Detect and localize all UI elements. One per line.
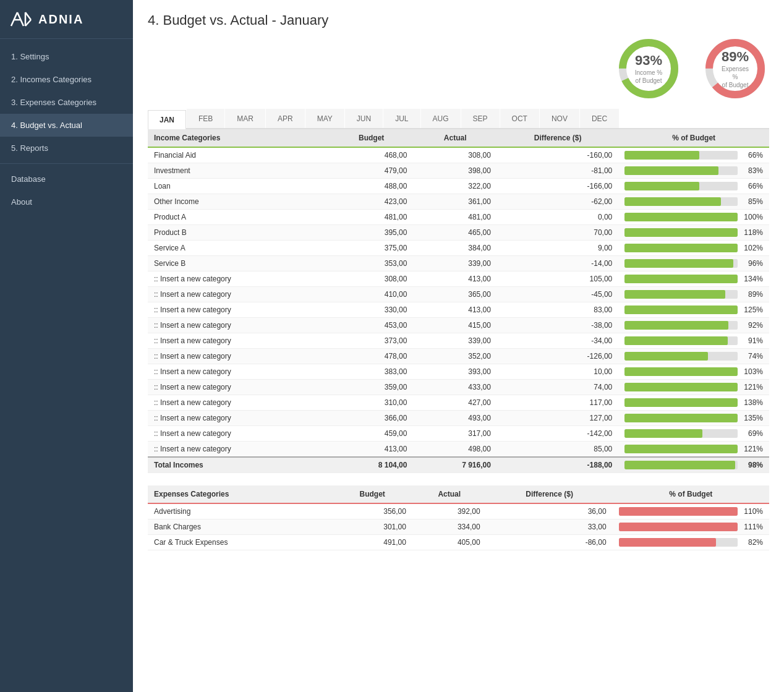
- month-tab-jan[interactable]: JAN: [148, 110, 186, 129]
- cell-bar: 69%: [618, 426, 769, 442]
- cell-1: 488,00: [330, 179, 413, 194]
- month-tab-jun[interactable]: JUN: [345, 109, 383, 128]
- cell-3: 10,00: [497, 364, 618, 380]
- sidebar-item-expenses-cat[interactable]: 3. Expenses Categories: [0, 91, 133, 114]
- sidebar-item-settings[interactable]: 1. Settings: [0, 45, 133, 68]
- logo-icon: [10, 11, 32, 27]
- cell-1: 356,00: [332, 503, 412, 519]
- cell-0: Investment: [148, 163, 330, 179]
- cell-bar: 110%: [613, 503, 769, 519]
- cell-2: 493,00: [413, 411, 496, 426]
- cell-3: 74,00: [497, 380, 618, 395]
- sidebar-item-budget-actual[interactable]: 4. Budget vs. Actual: [0, 114, 133, 137]
- table-row: :: Insert a new category459,00317,00-142…: [148, 426, 769, 442]
- cell-bar: 82%: [613, 535, 769, 550]
- charts-area: 93% Income % of Budget 89% Expenses % of…: [148, 35, 769, 103]
- cell-2: 398,00: [413, 163, 496, 179]
- sidebar-nav: 1. Settings2. Incomes Categories3. Expen…: [0, 39, 133, 213]
- sidebar-item-reports[interactable]: 5. Reports: [0, 137, 133, 160]
- col-header-4: % of Budget: [618, 129, 769, 147]
- cell-1: 301,00: [332, 519, 412, 535]
- cell-1: 423,00: [330, 194, 413, 210]
- total-cell-3: -188,00: [497, 457, 618, 473]
- cell-2: 317,00: [413, 426, 496, 442]
- table-row: Service B353,00339,00-14,00 96%: [148, 256, 769, 271]
- cell-2: 384,00: [413, 241, 496, 256]
- cell-0: :: Insert a new category: [148, 271, 330, 287]
- cell-bar: 111%: [613, 519, 769, 535]
- cell-3: 83,00: [497, 302, 618, 318]
- table-row: Investment479,00398,00-81,00 83%: [148, 163, 769, 179]
- cell-3: -126,00: [497, 349, 618, 364]
- month-tab-may[interactable]: MAY: [305, 109, 344, 128]
- table-row: Other Income423,00361,00-62,00 85%: [148, 194, 769, 210]
- cell-1: 479,00: [330, 163, 413, 179]
- month-tab-apr[interactable]: APR: [266, 109, 305, 128]
- month-tab-dec[interactable]: DEC: [580, 109, 619, 128]
- cell-2: 361,00: [413, 194, 496, 210]
- month-tab-mar[interactable]: MAR: [225, 109, 265, 128]
- table-row: Service A375,00384,009,00 102%: [148, 241, 769, 256]
- cell-bar: 103%: [618, 364, 769, 380]
- cell-3: -38,00: [497, 318, 618, 333]
- month-tab-aug[interactable]: AUG: [421, 109, 461, 128]
- cell-2: 322,00: [413, 179, 496, 194]
- cell-3: -166,00: [497, 179, 618, 194]
- total-cell-1: 8 104,00: [330, 457, 413, 473]
- logo-area: ADNIA: [0, 0, 133, 39]
- table-row: Product B395,00465,0070,00 118%: [148, 225, 769, 241]
- cell-1: 481,00: [330, 210, 413, 225]
- logo-text: ADNIA: [38, 12, 83, 27]
- cell-2: 481,00: [413, 210, 496, 225]
- svg-line-6: [25, 20, 31, 26]
- cell-3: -14,00: [497, 256, 618, 271]
- month-tab-sep[interactable]: SEP: [461, 109, 500, 128]
- cell-bar: 92%: [618, 318, 769, 333]
- col-header-0: Expenses Categories: [148, 485, 332, 503]
- cell-3: 9,00: [497, 241, 618, 256]
- cell-1: 453,00: [330, 318, 413, 333]
- table-row: Financial Aid468,00308,00-160,00 66%: [148, 147, 769, 163]
- cell-3: 117,00: [497, 395, 618, 411]
- cell-3: 33,00: [487, 519, 613, 535]
- table-row: Product A481,00481,000,00 100%: [148, 210, 769, 225]
- sidebar-item-about[interactable]: About: [0, 190, 133, 213]
- month-tab-jul[interactable]: JUL: [383, 109, 420, 128]
- cell-0: :: Insert a new category: [148, 287, 330, 302]
- table-row: Bank Charges301,00334,0033,00 111%: [148, 519, 769, 535]
- sidebar: ADNIA 1. Settings2. Incomes Categories3.…: [0, 0, 133, 692]
- cell-2: 352,00: [413, 349, 496, 364]
- table-row: :: Insert a new category359,00433,0074,0…: [148, 380, 769, 395]
- cell-bar: 118%: [618, 225, 769, 241]
- cell-0: :: Insert a new category: [148, 411, 330, 426]
- cell-1: 383,00: [330, 364, 413, 380]
- cell-3: 36,00: [487, 503, 613, 519]
- table-row: :: Insert a new category310,00427,00117,…: [148, 395, 769, 411]
- sidebar-item-incomes-cat[interactable]: 2. Incomes Categories: [0, 68, 133, 91]
- expenses-chart-container: 89% Expenses % of Budget: [701, 35, 769, 103]
- cell-2: 365,00: [413, 287, 496, 302]
- cell-1: 366,00: [330, 411, 413, 426]
- expenses-chart-pct: 89%: [718, 49, 752, 65]
- table-row: :: Insert a new category373,00339,00-34,…: [148, 333, 769, 349]
- cell-3: 70,00: [497, 225, 618, 241]
- cell-0: :: Insert a new category: [148, 318, 330, 333]
- income-table: Income CategoriesBudgetActualDifference …: [148, 129, 769, 473]
- cell-3: 105,00: [497, 271, 618, 287]
- cell-1: 491,00: [332, 535, 412, 550]
- cell-bar: 91%: [618, 333, 769, 349]
- cell-1: 395,00: [330, 225, 413, 241]
- cell-2: 405,00: [412, 535, 487, 550]
- month-tab-nov[interactable]: NOV: [540, 109, 579, 128]
- cell-2: 413,00: [413, 271, 496, 287]
- sidebar-item-database[interactable]: Database: [0, 168, 133, 190]
- cell-3: 0,00: [497, 210, 618, 225]
- cell-bar: 134%: [618, 271, 769, 287]
- cell-0: Product B: [148, 225, 330, 241]
- month-tab-feb[interactable]: FEB: [187, 109, 224, 128]
- table-row: :: Insert a new category413,00498,0085,0…: [148, 442, 769, 458]
- page-title: 4. Budget vs. Actual - January: [148, 12, 769, 28]
- expenses-chart-label: 89% Expenses % of Budget: [718, 49, 752, 89]
- income-chart-label: 93% Income % of Budget: [635, 53, 662, 85]
- month-tab-oct[interactable]: OCT: [500, 109, 539, 128]
